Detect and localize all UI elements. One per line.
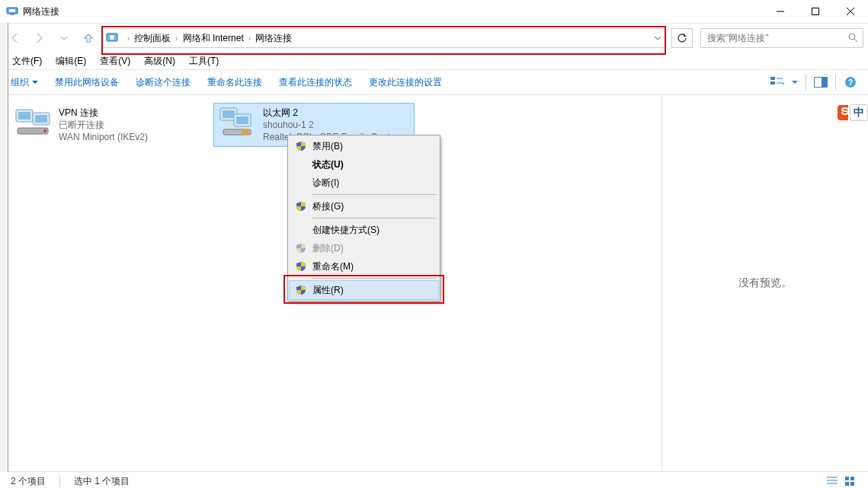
connection-tile-vpn[interactable]: VPN 连接 已断开连接 WAN Miniport (IKEv2) [9,103,210,147]
address-bar[interactable]: › 控制面板 › 网络和 Internet › 网络连接 [102,28,665,48]
status-selected: 选中 1 个项目 [74,475,130,488]
details-view-icon[interactable] [825,474,839,488]
view-options-icon[interactable] [770,75,784,89]
svg-rect-35 [850,477,854,480]
help-icon[interactable]: ? [844,75,857,89]
forward-button[interactable] [29,27,50,49]
menu-view[interactable]: 查看(V) [100,55,130,68]
ctx-label: 创建快捷方式(S) [312,224,380,237]
tiles-view-icon[interactable] [844,474,857,488]
svg-rect-20 [18,112,30,120]
window-controls [763,0,868,23]
status-count: 2 个项目 [11,475,46,488]
connection-device: WAN Miniport (IKEv2) [59,131,148,143]
maximize-button[interactable] [798,0,833,23]
titlebar: 网络连接 [0,0,868,24]
search-input[interactable] [706,32,844,44]
ctx-shortcut[interactable]: 创建快捷方式(S) [290,221,438,239]
connection-status: shouhou-1 2 [263,119,400,131]
breadcrumb-item[interactable]: 网络和 Internet [183,32,244,45]
statusbar: 2 个项目 选中 1 个项目 [0,471,868,488]
spacer [296,159,306,170]
svg-rect-28 [236,116,248,124]
connection-name: 以太网 2 [263,107,400,119]
menu-edit[interactable]: 编辑(E) [56,55,86,68]
breadcrumb-item[interactable]: 网络连接 [255,32,292,45]
menu-advanced[interactable]: 高级(N) [144,55,175,68]
ctx-label: 删除(D) [312,242,344,255]
ctx-bridge[interactable]: 桥接(G) [290,197,438,215]
shield-icon [296,141,306,152]
chevron-down-icon [32,79,38,85]
chevron-down-icon[interactable] [792,79,798,85]
network-icon [6,5,18,19]
organize-menu[interactable]: 组织 [11,76,38,89]
spacer [296,177,306,188]
ctx-rename[interactable]: 重命名(M) [290,257,438,276]
ctx-disable[interactable]: 禁用(B) [290,137,438,155]
menu-file[interactable]: 文件(F) [12,55,42,68]
divider [59,475,60,487]
divider [806,75,806,90]
ime-label: 中 [850,104,868,121]
breadcrumb-item[interactable]: 控制面板 [134,32,171,45]
recent-dropdown[interactable] [53,27,75,49]
ctx-properties[interactable]: 属性(R) [289,280,439,300]
ctx-label: 属性(R) [312,284,344,297]
chevron-right-icon[interactable]: › [244,34,255,43]
ctx-label: 状态(U) [312,158,344,171]
ctx-separator [312,218,437,218]
preview-pane-icon[interactable] [814,75,828,89]
window-title: 网络连接 [23,5,59,18]
ime-badge[interactable]: 中 [838,99,868,126]
ctx-separator [312,194,437,195]
svg-rect-26 [223,110,235,118]
menu-tools[interactable]: 工具(T) [189,55,219,68]
ctx-label: 重命名(M) [312,260,354,273]
shield-icon [296,261,306,272]
connection-name: VPN 连接 [59,107,148,119]
ctx-delete: 删除(D) [290,239,438,257]
svg-rect-37 [850,482,854,486]
spacer [296,225,306,235]
minimize-button[interactable] [763,0,798,23]
addr-icon [106,31,118,46]
chevron-right-icon[interactable]: › [171,34,182,43]
svg-point-8 [110,35,114,40]
svg-rect-11 [770,77,775,80]
ctx-label: 禁用(B) [312,140,343,153]
cmd-diagnose[interactable]: 诊断这个连接 [136,76,191,89]
cmd-rename[interactable]: 重命名此连接 [207,76,262,89]
search-box[interactable] [700,28,863,48]
svg-rect-16 [822,78,827,87]
close-button[interactable] [833,0,868,23]
cmd-status[interactable]: 查看此连接的状态 [279,76,352,89]
sogou-icon [838,105,848,120]
ethernet-icon [219,107,255,139]
chevron-right-icon[interactable]: › [123,34,134,43]
refresh-button[interactable] [671,28,693,48]
ctx-separator [312,278,437,279]
svg-rect-22 [35,115,47,123]
svg-point-9 [849,33,855,40]
svg-rect-34 [845,477,849,480]
shield-icon [296,285,306,295]
connection-status: 已断开连接 [59,119,148,131]
cmd-disable[interactable]: 禁用此网络设备 [55,76,119,89]
cmd-change[interactable]: 更改此连接的设置 [369,76,442,89]
svg-rect-4 [812,8,819,15]
search-icon[interactable] [847,32,858,45]
svg-line-10 [854,39,857,42]
command-bar: 组织 禁用此网络设备 诊断这个连接 重命名此连接 查看此连接的状态 更改此连接的… [0,70,868,95]
cropped-bg [0,23,8,472]
nav-row: › 控制面板 › 网络和 Internet › 网络连接 [0,24,868,53]
ctx-status[interactable]: 状态(U) [290,155,438,174]
svg-text:?: ? [848,78,854,87]
context-menu: 禁用(B) 状态(U) 诊断(I) 桥接(G) 创建快捷方式(S) 删除(D) … [287,135,440,301]
svg-point-24 [43,129,46,132]
shield-icon [296,243,306,254]
ctx-diagnose[interactable]: 诊断(I) [290,174,438,192]
up-button[interactable] [78,27,99,49]
svg-rect-30 [242,129,249,135]
chevron-down-icon[interactable] [654,34,661,42]
